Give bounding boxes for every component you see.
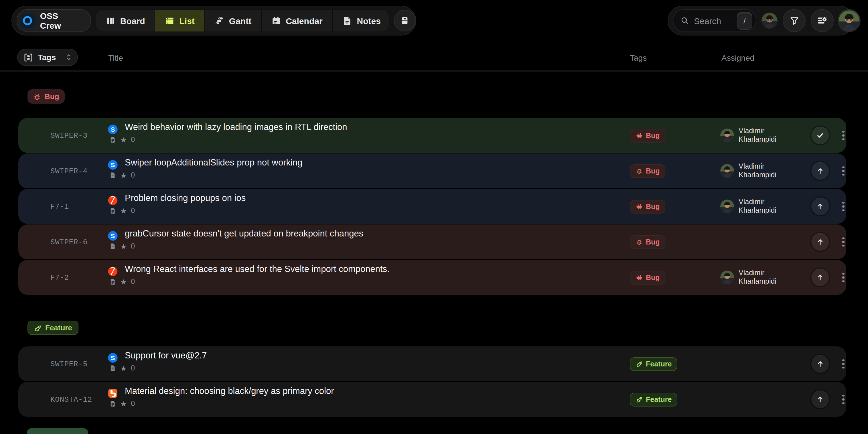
assignee[interactable]: Vladimir Kharlampidi xyxy=(720,269,788,286)
svg-text:S: S xyxy=(111,232,115,240)
task-meta: ★ 0 xyxy=(110,171,135,179)
section-badge-partial[interactable] xyxy=(27,428,88,434)
upvote-button[interactable] xyxy=(811,197,829,215)
task-row[interactable]: SWIPER-4 S Swiper loopAdditionalSlides p… xyxy=(18,153,846,188)
star-icon: ★ xyxy=(120,400,127,407)
task-row[interactable]: F7-2 Wrong React interfaces are used for… xyxy=(18,260,846,295)
tab-board[interactable]: Board xyxy=(96,10,155,31)
task-meta: ★ 0 xyxy=(110,207,135,215)
search-input[interactable]: Search / xyxy=(673,9,756,32)
description-icon xyxy=(110,242,116,250)
task-row[interactable]: SWIPER-6 S grabCursor state doesn't get … xyxy=(18,224,846,259)
description-icon xyxy=(110,400,116,408)
arrow-up-icon xyxy=(816,166,825,175)
assignee-name: Vladimir Kharlampidi xyxy=(739,127,788,144)
swiper-logo-icon: S xyxy=(107,159,119,170)
archive-button[interactable] xyxy=(394,10,416,31)
upvote-button[interactable] xyxy=(811,162,829,180)
filter-icon xyxy=(789,15,800,26)
tags-group-icon xyxy=(24,52,33,62)
tag-label: Bug xyxy=(646,203,660,210)
select-chevrons-icon xyxy=(65,53,72,62)
section-label: Feature xyxy=(45,323,72,332)
swiper-logo-icon: S xyxy=(107,352,119,364)
task-key: F7-1 xyxy=(51,202,69,211)
task-row[interactable]: F7-1 Problem closing popups on ios ★ 0 B… xyxy=(18,189,846,224)
task-row[interactable]: KONSTA-12 Material design: choosing blac… xyxy=(18,382,846,417)
assignee-avatar xyxy=(720,128,734,142)
row-menu-button[interactable] xyxy=(840,357,846,371)
arrow-up-icon xyxy=(816,360,825,368)
tag-pill-bug[interactable]: Bug xyxy=(630,128,665,142)
row-menu-button[interactable] xyxy=(840,270,846,285)
tag-label: Bug xyxy=(646,167,660,175)
task-key: SWIPER-5 xyxy=(51,360,88,368)
star-count: 0 xyxy=(131,364,135,372)
assignee-avatar xyxy=(720,199,734,213)
assignee[interactable]: Vladimir Kharlampidi xyxy=(720,162,788,180)
task-key: SWIPER-4 xyxy=(51,166,88,175)
toolbar-right: Search / xyxy=(668,6,854,35)
svg-text:S: S xyxy=(111,126,115,133)
task-title: Weird behavior with lazy loading images … xyxy=(125,121,347,133)
star-icon: ★ xyxy=(120,365,127,372)
description-icon xyxy=(110,171,116,179)
tab-notes[interactable]: Notes xyxy=(332,10,389,31)
tag-pill-bug[interactable]: Bug xyxy=(630,235,665,249)
row-menu-button[interactable] xyxy=(840,164,846,178)
tab-label: Gantt xyxy=(229,16,251,26)
tab-gantt[interactable]: Gantt xyxy=(205,10,261,31)
workspace-switcher[interactable]: OSS Crew xyxy=(17,9,91,32)
filter-button[interactable] xyxy=(783,9,806,32)
tag-pill-bug[interactable]: Bug xyxy=(630,271,665,284)
upvote-button[interactable] xyxy=(811,355,829,373)
svg-text:S: S xyxy=(111,354,115,362)
search-icon xyxy=(680,16,689,25)
board-settings-button[interactable] xyxy=(811,9,834,32)
profile-avatar[interactable] xyxy=(839,10,860,31)
tag-pill-feature[interactable]: Feature xyxy=(630,393,677,406)
rocket-icon xyxy=(636,360,643,368)
description-icon xyxy=(110,364,116,372)
task-title: grabCursor state doesn't get updated on … xyxy=(125,227,363,239)
bug-icon xyxy=(636,274,643,281)
tag-pill-bug[interactable]: Bug xyxy=(630,199,665,213)
section-badge-feature[interactable]: Feature xyxy=(28,321,79,335)
tab-calendar[interactable]: Calendar xyxy=(261,10,332,31)
arrow-up-icon xyxy=(816,273,825,282)
row-menu-button[interactable] xyxy=(840,235,846,249)
row-menu-button[interactable] xyxy=(840,199,846,214)
assignee-name: Vladimir Kharlampidi xyxy=(739,162,788,180)
section-badge-bug[interactable]: Bug xyxy=(28,89,65,104)
calendar-icon xyxy=(271,16,281,26)
row-menu-button[interactable] xyxy=(840,392,846,406)
archive-icon xyxy=(400,16,409,25)
online-user-avatar[interactable] xyxy=(762,12,778,29)
upvote-button[interactable] xyxy=(811,233,829,251)
task-meta: ★ 0 xyxy=(110,136,135,144)
task-key: SWIPER-6 xyxy=(51,238,88,246)
star-icon: ★ xyxy=(120,172,127,179)
row-menu-button[interactable] xyxy=(840,128,846,143)
task-row[interactable]: SWIPER-3 S Weird behavior with lazy load… xyxy=(18,118,846,153)
tag-pill-bug[interactable]: Bug xyxy=(630,164,665,178)
tab-label: Notes xyxy=(357,16,381,26)
upvote-button[interactable] xyxy=(811,391,829,408)
upvote-button[interactable] xyxy=(811,269,829,286)
description-icon xyxy=(110,207,116,215)
assignee-avatar xyxy=(720,271,734,284)
check-icon xyxy=(816,131,825,140)
task-meta: ★ 0 xyxy=(110,364,135,372)
task-title: Support for vue@2.7 xyxy=(125,349,207,361)
section-label: Bug xyxy=(45,92,59,101)
done-button[interactable] xyxy=(811,127,829,144)
notes-icon xyxy=(343,16,352,26)
group-by-select[interactable]: Tags xyxy=(17,49,78,66)
assignee[interactable]: Vladimir Kharlampidi xyxy=(720,127,788,144)
task-key: SWIPER-3 xyxy=(51,131,88,140)
task-row[interactable]: SWIPER-5 S Support for vue@2.7 ★ 0 Featu… xyxy=(18,346,846,381)
assignee[interactable]: Vladimir Kharlampidi xyxy=(720,197,788,215)
tag-pill-feature[interactable]: Feature xyxy=(630,357,677,371)
task-key: F7-2 xyxy=(51,273,69,282)
tab-list[interactable]: List xyxy=(155,10,205,31)
